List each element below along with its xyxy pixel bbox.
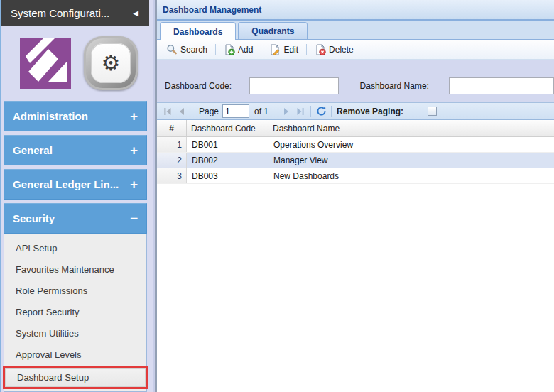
paging-separator bbox=[192, 106, 192, 117]
last-page-icon bbox=[295, 107, 305, 116]
toolbar-separator bbox=[215, 44, 216, 55]
sidebar-item-system-utilities[interactable]: System Utilities bbox=[4, 322, 146, 344]
delete-icon bbox=[315, 44, 326, 55]
expand-plus-icon[interactable]: + bbox=[130, 109, 146, 123]
delete-label: Delete bbox=[329, 45, 354, 55]
section-label: Security bbox=[4, 212, 130, 224]
grid-header-row: # Dashboard Code Dashboard Name bbox=[157, 120, 554, 137]
expand-plus-icon[interactable]: + bbox=[130, 178, 146, 191]
page-count-label: of 1 bbox=[254, 107, 268, 116]
sidebar-section-security[interactable]: Security − bbox=[4, 203, 147, 234]
section-label: General Ledger Lin... bbox=[4, 178, 130, 190]
sidebar-item-approval-levels[interactable]: Approval Levels bbox=[4, 344, 146, 365]
collapse-minus-icon[interactable]: − bbox=[130, 212, 146, 225]
row-number: 1 bbox=[157, 137, 187, 152]
sidebar-item-favourites-maintenance[interactable]: Favourites Maintenance bbox=[4, 258, 146, 280]
sidebar-item-dashboard-setup[interactable]: Dashboard Setup bbox=[5, 368, 146, 387]
paging-toolbar: Page of 1 bbox=[157, 102, 554, 120]
dashboard-name-input[interactable] bbox=[449, 77, 554, 94]
gear-wrench-icon: ⚙ bbox=[102, 53, 121, 74]
sidebar: System Configurati... ◀ ⚙ Administration… bbox=[0, 0, 149, 392]
sidebar-item-api-setup[interactable]: API Setup bbox=[4, 237, 146, 258]
toolbar-separator bbox=[306, 44, 307, 55]
next-page-icon bbox=[281, 107, 291, 116]
cell-dashboard-name: Operations Overview bbox=[268, 137, 554, 152]
edit-label: Edit bbox=[283, 45, 298, 55]
first-page-icon bbox=[163, 107, 173, 116]
section-label: Administration bbox=[4, 110, 130, 122]
sidebar-section-general[interactable]: General + bbox=[4, 135, 147, 165]
dashboard-name-label: Dashboard Name: bbox=[360, 81, 449, 91]
cell-dashboard-code: DB003 bbox=[187, 168, 268, 183]
sidebar-item-report-security[interactable]: Report Security bbox=[4, 301, 146, 322]
paging-separator bbox=[331, 106, 332, 117]
tab-quadrants[interactable]: Quadrants bbox=[238, 22, 308, 39]
table-row[interactable]: 3 DB003 New Dashboards bbox=[157, 168, 554, 184]
sidebar-logos: ⚙ bbox=[1, 26, 149, 99]
sidebar-header: System Configurati... ◀ bbox=[1, 0, 149, 26]
toolbar-separator bbox=[362, 44, 362, 55]
column-header-dashboard-code[interactable]: Dashboard Code bbox=[187, 120, 268, 136]
settings-logo-face: ⚙ bbox=[91, 43, 131, 83]
row-number: 2 bbox=[157, 153, 187, 168]
dashboard-code-input[interactable] bbox=[249, 77, 339, 94]
column-header-number[interactable]: # bbox=[157, 120, 187, 136]
dashboards-grid: # Dashboard Code Dashboard Name 1 DB001 … bbox=[157, 120, 554, 392]
sidebar-section-administration[interactable]: Administration + bbox=[4, 101, 147, 131]
dashboard-code-label: Dashboard Code: bbox=[165, 81, 249, 91]
security-submenu: API Setup Favourites Maintenance Role Pe… bbox=[4, 234, 147, 392]
toolbar-separator bbox=[261, 44, 261, 55]
settings-logo-icon: ⚙ bbox=[84, 36, 138, 90]
expand-plus-icon[interactable]: + bbox=[130, 143, 146, 157]
refresh-button[interactable] bbox=[314, 104, 328, 119]
add-label: Add bbox=[238, 45, 253, 55]
collapse-sidebar-icon[interactable]: ◀ bbox=[133, 9, 149, 17]
edit-icon bbox=[269, 44, 281, 55]
sidebar-item-role-permissions[interactable]: Role Permissions bbox=[4, 280, 146, 301]
cell-dashboard-name: Manager View bbox=[268, 153, 554, 168]
table-row-selected[interactable]: 2 DB002 Manager View bbox=[157, 153, 554, 168]
cell-dashboard-name: New Dashboards bbox=[268, 168, 554, 183]
paging-separator bbox=[310, 106, 311, 117]
prev-page-button[interactable] bbox=[175, 104, 189, 119]
search-label: Search bbox=[180, 45, 207, 55]
prev-page-icon bbox=[177, 107, 187, 116]
remove-paging-label: Remove Paging: bbox=[337, 107, 403, 116]
delete-button[interactable]: Delete bbox=[310, 42, 359, 58]
add-icon bbox=[224, 44, 235, 55]
next-page-button[interactable] bbox=[279, 104, 293, 119]
search-form: Dashboard Code: Dashboard Name: bbox=[157, 60, 554, 102]
page-label: Page bbox=[199, 107, 219, 116]
app-window: System Configurati... ◀ ⚙ Administration… bbox=[0, 0, 554, 392]
remove-paging-checkbox[interactable] bbox=[428, 107, 437, 116]
panel-title-bar: Dashboard Management bbox=[157, 0, 554, 21]
row-number: 3 bbox=[157, 168, 187, 183]
section-label: General bbox=[4, 144, 130, 156]
highlight-annotation-box: Dashboard Setup bbox=[3, 366, 148, 389]
search-icon bbox=[166, 44, 178, 55]
page-title: Dashboard Management bbox=[163, 5, 261, 15]
add-button[interactable]: Add bbox=[219, 42, 258, 58]
sidebar-title: System Configurati... bbox=[1, 7, 133, 19]
cell-dashboard-code: DB002 bbox=[187, 153, 268, 168]
edit-button[interactable]: Edit bbox=[264, 42, 303, 58]
brand-logo-icon bbox=[20, 38, 71, 89]
toolbar: Search Add Edit bbox=[157, 40, 554, 60]
tab-strip: Dashboards Quadrants bbox=[157, 21, 554, 40]
last-page-button[interactable] bbox=[293, 104, 308, 119]
paging-separator bbox=[276, 106, 276, 117]
sidebar-accordion: Administration + General + General Ledge… bbox=[1, 99, 149, 392]
sidebar-splitter[interactable] bbox=[149, 0, 155, 392]
sidebar-section-general-ledger[interactable]: General Ledger Lin... + bbox=[4, 169, 147, 200]
cell-dashboard-code: DB001 bbox=[187, 137, 268, 152]
page-number-input[interactable] bbox=[222, 104, 249, 118]
table-row[interactable]: 1 DB001 Operations Overview bbox=[157, 137, 554, 153]
search-button[interactable]: Search bbox=[161, 42, 212, 58]
main-panel: Dashboard Management Dashboards Quadrant… bbox=[155, 0, 554, 392]
tab-dashboards[interactable]: Dashboards bbox=[160, 22, 236, 40]
first-page-button[interactable] bbox=[161, 104, 175, 119]
column-header-dashboard-name[interactable]: Dashboard Name bbox=[268, 120, 554, 136]
refresh-icon bbox=[316, 106, 327, 116]
